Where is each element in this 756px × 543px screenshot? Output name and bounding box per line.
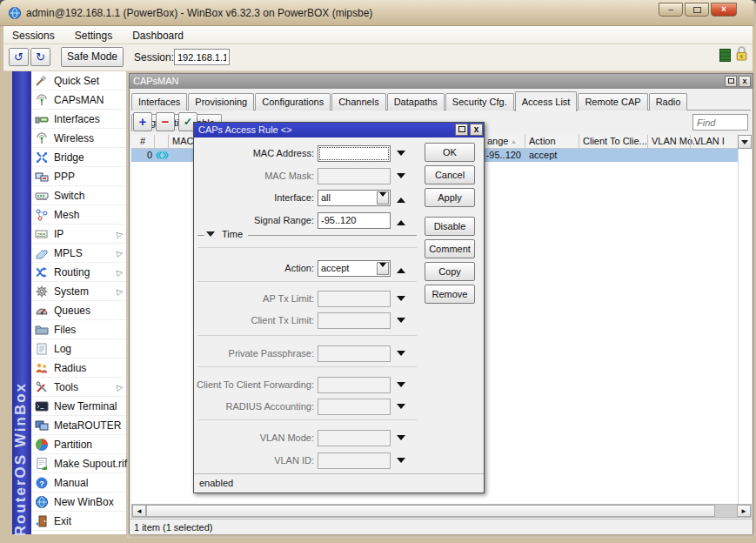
ap-tx-limit-dropdown-icon[interactable] [397,296,405,305]
column-vlan-mode[interactable]: VLAN Mo... [652,136,700,146]
scroll-right-button[interactable]: ► [737,505,751,517]
sidebar: Quick Set CAPsMAN Interfaces Wireless Br… [31,71,127,534]
tab-access-list[interactable]: Access List [515,91,578,111]
disable-button[interactable]: Disable [425,217,475,236]
column-signal-range[interactable]: ange [487,136,508,146]
column-filter-button[interactable] [738,135,752,149]
mac-address-input[interactable] [318,145,391,162]
menu-sessions[interactable]: Sessions [3,26,64,42]
sidebar-item-ip[interactable]: 255IP▷ [31,225,126,244]
signal-range-collapse-icon[interactable] [397,216,405,225]
redo-button[interactable]: ↻ [30,48,50,66]
mac-mask-input[interactable] [318,168,391,184]
sidebar-item-make-supout[interactable]: Make Supout.rif [31,454,126,473]
scrollbar-thumb[interactable] [146,505,715,517]
sidebar-item-quick-set[interactable]: Quick Set [31,71,126,90]
sidebar-item-new-winbox[interactable]: New WinBox [31,493,126,512]
horizontal-scrollbar[interactable]: ◄ ► [131,504,752,518]
column-action[interactable]: Action [529,136,556,146]
sidebar-item-wireless[interactable]: Wireless [31,129,126,148]
action-input[interactable]: accept [318,260,391,277]
main-titlebar[interactable]: admin@192.168.1.1 (PowerBox) - WinBox v6… [0,0,756,26]
safe-mode-button[interactable]: Safe Mode [61,47,124,67]
time-collapse-icon[interactable] [206,231,215,241]
sidebar-item-routing[interactable]: Routing▷ [31,263,126,282]
sidebar-item-switch[interactable]: Switch [31,186,126,205]
sidebar-item-mpls[interactable]: MPLS▷ [31,244,126,263]
sidebar-item-interfaces[interactable]: Interfaces [31,110,126,129]
mac-address-dropdown-icon[interactable] [397,151,405,160]
sidebar-item-exit[interactable]: Exit [31,512,126,531]
dialog-maximize-button[interactable] [455,124,468,136]
minimize-button[interactable]: – [659,3,683,17]
scroll-left-button[interactable]: ◄ [132,505,146,517]
client-to-client-forwarding-dropdown-icon[interactable] [397,382,405,392]
action-combo-button[interactable] [377,262,389,275]
sidebar-item-mesh[interactable]: Mesh [31,205,126,225]
client-tx-limit-dropdown-icon[interactable] [397,318,405,327]
vlan-mode-dropdown-icon[interactable] [397,435,405,445]
interface-combo-button[interactable] [377,191,389,204]
menu-dashboard[interactable]: Dashboard [124,26,192,42]
sidebar-item-ppp[interactable]: PPP [31,167,126,186]
ok-button[interactable]: OK [425,143,475,162]
menu-settings[interactable]: Settings [66,26,121,42]
secure-lock-icon [734,45,749,63]
cancel-button[interactable]: Cancel [425,165,475,184]
capsman-restore-button[interactable] [725,76,737,87]
vlan-mode-input[interactable] [318,430,391,446]
comment-button[interactable]: Comment [425,239,475,258]
tab-channels[interactable]: Channels [331,93,385,111]
tab-remote-cap[interactable]: Remote CAP [578,93,647,111]
sidebar-item-bridge[interactable]: Bridge [31,148,126,167]
column-client-to-client[interactable]: Client To Clie... [583,136,647,146]
interface-input[interactable]: all [318,190,391,206]
undo-button[interactable]: ↺ [9,48,29,66]
add-button[interactable]: + [133,112,152,131]
maximize-button[interactable] [685,3,709,17]
private-passphrase-input[interactable] [318,345,391,362]
tab-configurations[interactable]: Configurations [255,93,331,111]
session-input[interactable] [174,49,230,65]
client-tx-limit-input[interactable] [318,312,391,329]
radius-accounting-input[interactable] [318,399,391,415]
radius-accounting-dropdown-icon[interactable] [397,404,405,413]
vlan-id-input[interactable] [318,452,391,469]
column-index[interactable]: # [140,136,145,146]
sidebar-item-radius[interactable]: Radius [31,359,126,378]
sidebar-item-tools[interactable]: Tools▷ [31,378,126,397]
tab-provisioning[interactable]: Provisioning [188,93,254,111]
tab-interfaces[interactable]: Interfaces [131,93,187,111]
sidebar-item-files[interactable]: Files [31,320,126,339]
mac-mask-dropdown-icon[interactable] [397,173,405,183]
column-vlan-id[interactable]: VLAN I [694,136,725,146]
remove-button[interactable]: − [156,112,175,131]
sidebar-item-system[interactable]: System▷ [31,282,126,301]
sidebar-item-new-terminal[interactable]: New Terminal [31,397,126,416]
sidebar-item-queues[interactable]: Queues [31,301,126,320]
capsman-close-button[interactable]: x [739,76,751,87]
dialog-titlebar[interactable]: CAPs Access Rule <> [194,123,484,137]
action-collapse-icon[interactable] [397,264,405,273]
dialog-close-button[interactable]: x [470,124,483,136]
capsman-titlebar[interactable]: CAPsMAN [130,74,753,89]
close-button[interactable]: × [711,3,737,17]
ap-tx-limit-input[interactable] [318,291,391,307]
signal-range-input[interactable]: -95..120 [318,212,391,229]
apply-button[interactable]: Apply [425,188,475,207]
sidebar-item-log[interactable]: Log [31,339,126,359]
copy-button[interactable]: Copy [425,262,475,281]
vlan-id-dropdown-icon[interactable] [397,458,405,467]
sidebar-item-metarouter[interactable]: MetaROUTER [31,416,126,435]
interface-collapse-icon[interactable] [397,193,405,203]
sidebar-item-partition[interactable]: Partition [31,435,126,454]
tab-radio[interactable]: Radio [649,93,688,111]
tab-security-cfg[interactable]: Security Cfg. [445,93,514,111]
tab-datapaths[interactable]: Datapaths [387,93,445,111]
private-passphrase-dropdown-icon[interactable] [397,351,405,360]
sidebar-item-capsman[interactable]: CAPsMAN [31,90,126,110]
client-to-client-forwarding-input[interactable] [318,377,391,393]
sidebar-item-manual[interactable]: ?Manual [31,473,126,493]
remove-button-dialog[interactable]: Remove [425,285,475,304]
find-input[interactable] [692,114,748,131]
